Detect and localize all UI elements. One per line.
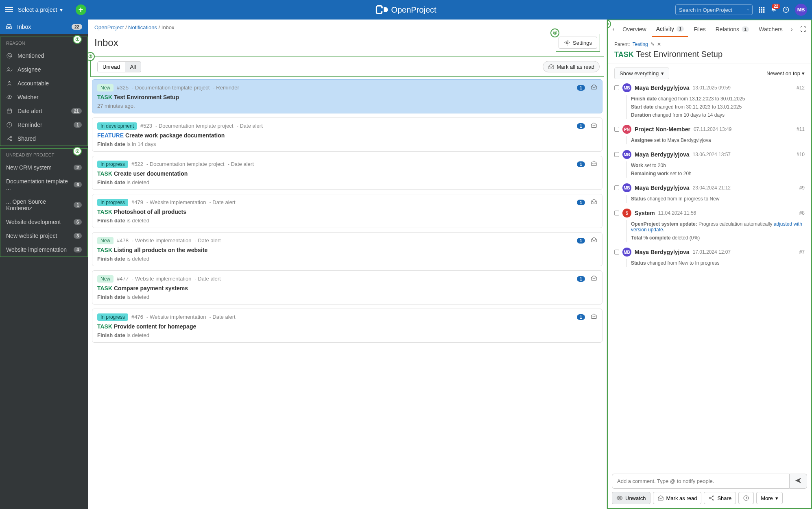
global-search[interactable] bbox=[675, 4, 753, 15]
unwatch-button[interactable]: Unwatch bbox=[612, 492, 650, 504]
activity-user[interactable]: Maya Berdygylyjova bbox=[635, 249, 690, 255]
sidebar-reason-item[interactable]: Watcher bbox=[0, 90, 87, 104]
wp-id: #478 bbox=[117, 237, 129, 244]
svg-rect-7 bbox=[763, 9, 764, 11]
notification-subtext: Finish date is deleted bbox=[97, 332, 597, 338]
filter-unread[interactable]: Unread bbox=[97, 61, 125, 72]
sidebar-item-count: 6 bbox=[74, 219, 82, 225]
notification-card[interactable]: New #477 - Website implementation - Date… bbox=[92, 270, 602, 305]
sort-button[interactable]: Newest on top▾ bbox=[766, 70, 805, 76]
svg-rect-5 bbox=[759, 9, 760, 11]
next-icon[interactable]: › bbox=[788, 23, 795, 35]
mark-read-icon[interactable] bbox=[591, 313, 597, 321]
tab-watchers[interactable]: Watchers bbox=[755, 22, 787, 37]
send-comment-button[interactable] bbox=[790, 474, 807, 489]
activity-user[interactable]: Maya Berdygylyjova bbox=[635, 151, 690, 158]
help-icon[interactable]: ? bbox=[783, 7, 789, 13]
sidebar-reason-item[interactable]: Accountable bbox=[0, 76, 87, 90]
activity-change: Work set to 20h bbox=[626, 161, 805, 170]
notification-card[interactable]: In progress #479 - Website implementatio… bbox=[92, 194, 602, 228]
user-avatar[interactable]: MB bbox=[795, 4, 807, 16]
tab-relations[interactable]: Relations1 bbox=[712, 22, 753, 37]
sidebar-reason-item[interactable]: Assignee bbox=[0, 63, 87, 76]
add-button[interactable]: + bbox=[76, 4, 86, 15]
svg-rect-9 bbox=[761, 11, 762, 13]
edit-icon[interactable]: ✎ bbox=[650, 41, 655, 47]
notification-card[interactable]: In progress #476 - Website implementatio… bbox=[92, 309, 602, 343]
remove-parent-icon[interactable]: ✕ bbox=[657, 41, 661, 47]
mark-read-icon[interactable] bbox=[591, 122, 597, 130]
tab-files[interactable]: Files bbox=[690, 22, 710, 37]
mark-read-button[interactable]: Mark as read bbox=[653, 492, 702, 504]
caret-down-icon: ▾ bbox=[775, 495, 778, 501]
activity-user[interactable]: Project Non-Member bbox=[635, 126, 690, 133]
activity-filter-button[interactable]: Show everything▾ bbox=[614, 67, 669, 79]
sidebar-reason-item[interactable]: Date alert 21 bbox=[0, 104, 87, 118]
more-button[interactable]: More▾ bbox=[756, 492, 783, 504]
sidebar-inbox[interactable]: Inbox 22 bbox=[0, 20, 88, 34]
activity-change: Status changed from New to In progress bbox=[626, 259, 805, 267]
activity-user[interactable]: System bbox=[635, 210, 655, 216]
notification-card[interactable]: In progress #522 - Documentation templat… bbox=[92, 156, 602, 190]
notification-card[interactable]: In development #523 - Documentation temp… bbox=[92, 117, 602, 152]
svg-text:?: ? bbox=[785, 8, 787, 12]
activity-item: MB Maya Berdygylyjova 13.06.2024 13:57 #… bbox=[614, 150, 805, 178]
sidebar-reason-item[interactable]: Reminder 1 bbox=[0, 118, 87, 132]
menu-toggle-icon[interactable] bbox=[5, 6, 13, 13]
activity-user[interactable]: Maya Berdygylyjova bbox=[635, 85, 690, 91]
sidebar-reason-item[interactable]: Mentioned bbox=[0, 49, 87, 63]
activity-toggle-icon[interactable] bbox=[614, 85, 619, 90]
settings-button[interactable]: Settings bbox=[559, 37, 597, 49]
notifications-bell[interactable]: 22 bbox=[771, 6, 777, 14]
sidebar-project-item[interactable]: New CRM system 2 bbox=[0, 161, 87, 174]
activity-toggle-icon[interactable] bbox=[614, 185, 619, 190]
notification-reason: - Date alert bbox=[209, 314, 235, 320]
activity-user[interactable]: Maya Berdygylyjova bbox=[635, 185, 690, 191]
parent-link[interactable]: Testing bbox=[633, 41, 648, 47]
sidebar-project-item[interactable]: Documentation template ... 6 bbox=[0, 174, 87, 195]
svg-point-23 bbox=[7, 138, 8, 139]
activity-item: S System 11.04.2024 11:56 #8 OpenProject… bbox=[614, 209, 805, 242]
tab-overview[interactable]: Overview bbox=[618, 22, 650, 37]
activity-toggle-icon[interactable] bbox=[614, 211, 619, 215]
mark-read-icon[interactable] bbox=[591, 275, 597, 283]
wp-title: Photoshoot of all products bbox=[114, 209, 186, 215]
envelope-open-icon bbox=[657, 495, 664, 501]
activity-toggle-icon[interactable] bbox=[614, 250, 619, 254]
share-button[interactable]: Share bbox=[704, 492, 736, 504]
logo: OpenProject bbox=[375, 5, 436, 15]
notification-card[interactable]: New #325 - Documentation template projec… bbox=[92, 79, 602, 113]
mark-read-icon[interactable] bbox=[591, 84, 597, 91]
project-selector[interactable]: Select a project▾ bbox=[18, 7, 63, 13]
crumb-leaf: Inbox bbox=[162, 24, 175, 30]
sidebar-project-item[interactable]: Website implementation 4 bbox=[0, 243, 87, 257]
activity-change: Total % complete deleted (0%) bbox=[626, 234, 805, 242]
sidebar-project-item[interactable]: ... Open Source Konferenz 1 bbox=[0, 195, 87, 215]
filter-all[interactable]: All bbox=[125, 61, 141, 72]
project-name: - Documentation template project bbox=[155, 123, 233, 129]
sidebar-reason-item[interactable]: Shared bbox=[0, 132, 87, 146]
wp-type: TASK bbox=[97, 209, 112, 215]
mark-read-icon[interactable] bbox=[591, 237, 597, 244]
notification-card[interactable]: New #478 - Website implementation - Date… bbox=[92, 232, 602, 266]
svg-point-24 bbox=[10, 136, 11, 137]
back-icon[interactable]: ‹ bbox=[610, 24, 617, 35]
sidebar-project-item[interactable]: Website development 6 bbox=[0, 215, 87, 229]
mark-read-icon[interactable] bbox=[591, 160, 597, 168]
comment-input[interactable] bbox=[612, 474, 790, 489]
mark-read-icon[interactable] bbox=[591, 198, 597, 206]
assignee-icon bbox=[6, 66, 13, 73]
tab-activity[interactable]: Activity1 bbox=[652, 22, 688, 37]
mark-all-read-button[interactable]: Mark all as read bbox=[543, 61, 600, 72]
crumb-mid[interactable]: Notifications bbox=[128, 24, 157, 30]
reminder-button[interactable] bbox=[738, 492, 754, 504]
crumb-root[interactable]: OpenProject bbox=[94, 24, 124, 30]
search-input[interactable] bbox=[679, 7, 747, 13]
modules-icon[interactable] bbox=[758, 7, 765, 13]
fullscreen-icon[interactable]: ⛶ bbox=[798, 23, 809, 35]
clock-icon bbox=[743, 495, 749, 501]
activity-change: Remaining work set to 20h bbox=[626, 170, 805, 178]
activity-toggle-icon[interactable] bbox=[614, 127, 619, 132]
sidebar-project-item[interactable]: New website project 3 bbox=[0, 229, 87, 243]
activity-toggle-icon[interactable] bbox=[614, 152, 619, 157]
